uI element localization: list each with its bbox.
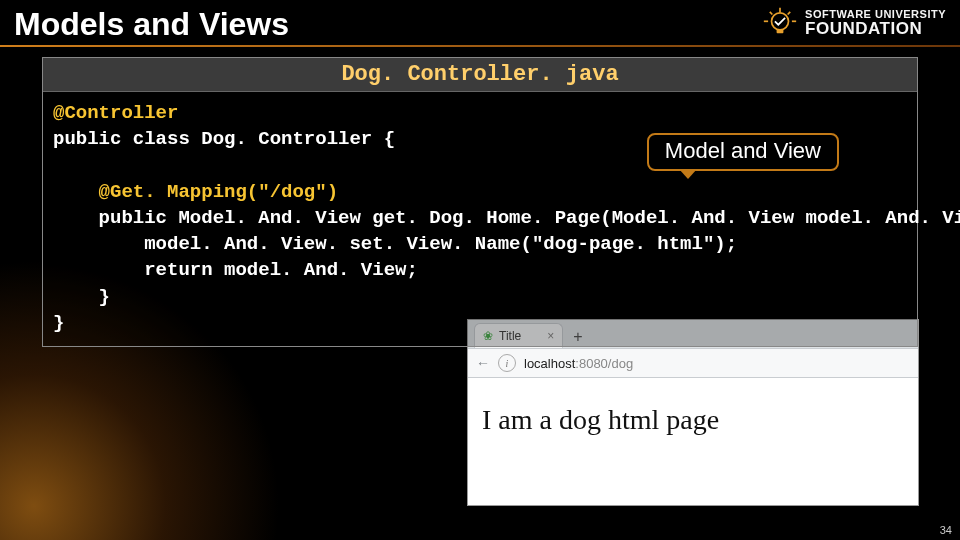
model-and-view-callout: Model and View bbox=[647, 133, 839, 171]
code-line-5: public Model. And. View get. Dog. Home. … bbox=[53, 207, 960, 229]
title-underline bbox=[0, 45, 960, 47]
code-filename: Dog. Controller. java bbox=[43, 58, 917, 92]
code-line-4: @Get. Mapping("/dog") bbox=[53, 181, 338, 203]
svg-line-6 bbox=[788, 12, 791, 15]
logo-line2: FOUNDATION bbox=[805, 20, 946, 37]
code-block: @Controller public class Dog. Controller… bbox=[43, 92, 917, 346]
browser-viewport: I am a dog html page bbox=[468, 378, 918, 462]
svg-line-5 bbox=[770, 12, 773, 15]
code-panel: Dog. Controller. java Model and View @Co… bbox=[42, 57, 918, 347]
code-line-1: @Controller bbox=[53, 102, 178, 124]
code-line-8: } bbox=[53, 286, 110, 308]
back-button[interactable]: ← bbox=[476, 355, 490, 371]
browser-window: ❀ Title × + ← i localhost:8080/dog I am … bbox=[468, 320, 918, 505]
url-path: :8080/dog bbox=[575, 356, 633, 371]
url-host: localhost bbox=[524, 356, 575, 371]
browser-address-bar: ← i localhost:8080/dog bbox=[468, 348, 918, 378]
code-line-9: } bbox=[53, 312, 64, 334]
url[interactable]: localhost:8080/dog bbox=[524, 356, 633, 371]
code-line-7: return model. And. View; bbox=[53, 259, 418, 281]
slide-number: 34 bbox=[940, 524, 952, 536]
svg-rect-1 bbox=[777, 29, 784, 33]
code-line-6: model. And. View. set. View. Name("dog-p… bbox=[53, 233, 737, 255]
org-logo: SOFTWARE UNIVERSITY FOUNDATION bbox=[763, 6, 946, 40]
site-info-icon[interactable]: i bbox=[498, 354, 516, 372]
lightbulb-icon bbox=[763, 6, 797, 40]
svg-point-0 bbox=[772, 13, 789, 30]
page-text: I am a dog html page bbox=[482, 404, 719, 435]
code-line-2: public class Dog. Controller { bbox=[53, 128, 395, 150]
